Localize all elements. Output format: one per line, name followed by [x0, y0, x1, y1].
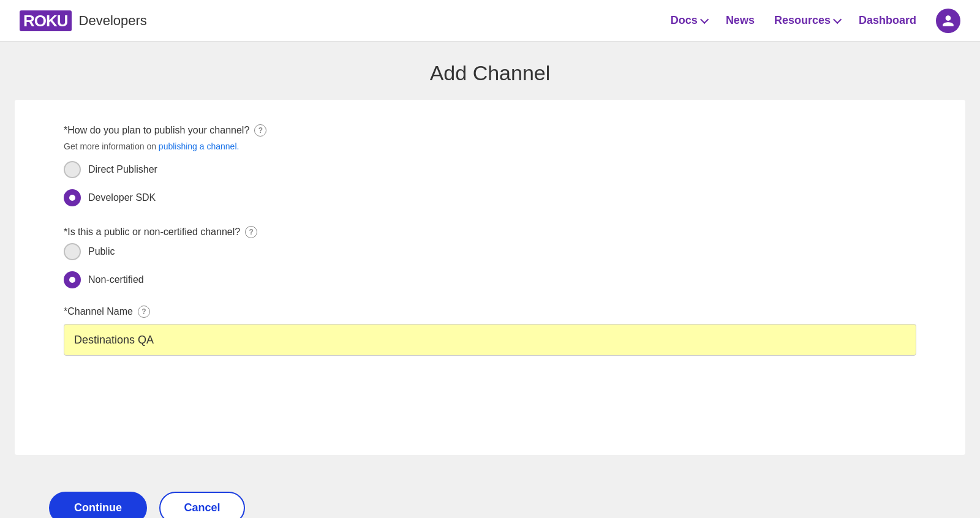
publish-info-text: Get more information on publishing a cha…: [64, 141, 916, 151]
resources-nav-link[interactable]: Resources: [774, 14, 839, 27]
navbar: ROKU Developers Docs News Resources Dash…: [0, 0, 980, 42]
developers-label: Developers: [79, 13, 147, 29]
continue-button[interactable]: Continue: [49, 492, 147, 518]
channel-type-question-text: *Is this a public or non-certified chann…: [64, 227, 240, 238]
footer-buttons: Continue Cancel: [0, 492, 980, 518]
main-content: *How do you plan to publish your channel…: [15, 100, 965, 455]
navbar-left: ROKU Developers: [20, 11, 147, 31]
channel-name-label: *Channel Name ?: [64, 306, 916, 318]
public-option[interactable]: Public: [64, 243, 916, 260]
developer-sdk-option[interactable]: Developer SDK: [64, 189, 916, 206]
navbar-right: Docs News Resources Dashboard: [671, 9, 960, 33]
direct-publisher-option[interactable]: Direct Publisher: [64, 161, 916, 178]
docs-label: Docs: [671, 14, 698, 27]
non-certified-label: Non-certified: [88, 274, 144, 285]
public-label: Public: [88, 246, 115, 257]
resources-label: Resources: [774, 14, 831, 27]
dashboard-nav-link[interactable]: Dashboard: [859, 14, 916, 27]
page-title: Add Channel: [0, 61, 980, 85]
non-certified-radio[interactable]: [64, 271, 81, 288]
roku-wordmark: ROKU: [20, 11, 72, 31]
page-header: Add Channel: [0, 42, 980, 100]
channel-type-help-icon[interactable]: ?: [245, 226, 257, 238]
developer-sdk-radio[interactable]: [64, 189, 81, 206]
channel-type-section: *Is this a public or non-certified chann…: [64, 226, 916, 288]
channel-name-label-text: *Channel Name: [64, 306, 133, 317]
publish-method-section: *How do you plan to publish your channel…: [64, 124, 916, 206]
channel-name-input[interactable]: [64, 324, 916, 356]
direct-publisher-label: Direct Publisher: [88, 164, 157, 175]
news-nav-link[interactable]: News: [726, 14, 755, 27]
channel-name-section: *Channel Name ?: [64, 306, 916, 356]
non-certified-option[interactable]: Non-certified: [64, 271, 916, 288]
docs-chevron-icon: [700, 15, 709, 23]
public-radio[interactable]: [64, 243, 81, 260]
developer-sdk-label: Developer SDK: [88, 192, 156, 203]
channel-name-help-icon[interactable]: ?: [138, 306, 150, 318]
user-avatar[interactable]: [936, 9, 960, 33]
publishing-channel-link[interactable]: publishing a channel.: [159, 141, 239, 151]
channel-type-question-label: *Is this a public or non-certified chann…: [64, 226, 916, 238]
publish-question-label: *How do you plan to publish your channel…: [64, 124, 916, 137]
docs-nav-link[interactable]: Docs: [671, 14, 706, 27]
publish-help-icon[interactable]: ?: [254, 124, 266, 137]
direct-publisher-radio[interactable]: [64, 161, 81, 178]
publish-info-prefix: Get more information on: [64, 141, 156, 151]
publish-question-text: *How do you plan to publish your channel…: [64, 125, 249, 136]
cancel-button[interactable]: Cancel: [159, 492, 245, 518]
roku-logo[interactable]: ROKU Developers: [20, 11, 147, 31]
resources-chevron-icon: [833, 15, 842, 23]
